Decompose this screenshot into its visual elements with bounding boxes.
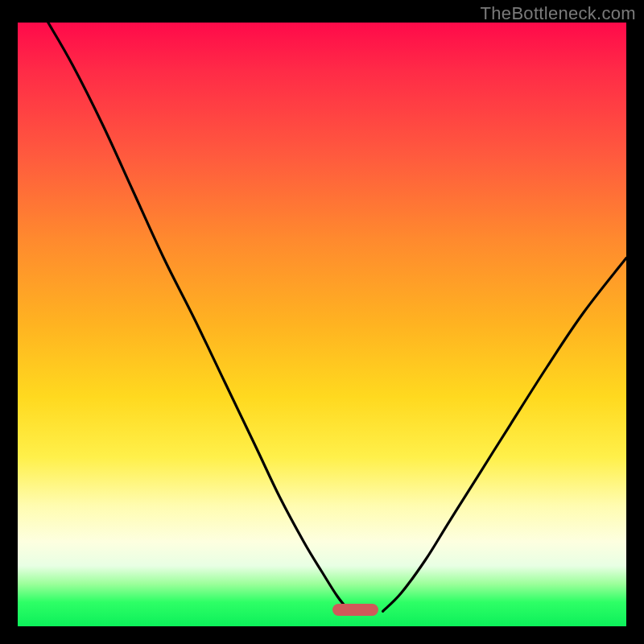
watermark-text: TheBottleneck.com: [481, 3, 636, 24]
plot-area: [18, 23, 626, 626]
chart-frame: TheBottleneck.com: [0, 0, 644, 644]
bottleneck-marker-pill: [332, 604, 378, 616]
bottleneck-curve: [18, 23, 626, 626]
